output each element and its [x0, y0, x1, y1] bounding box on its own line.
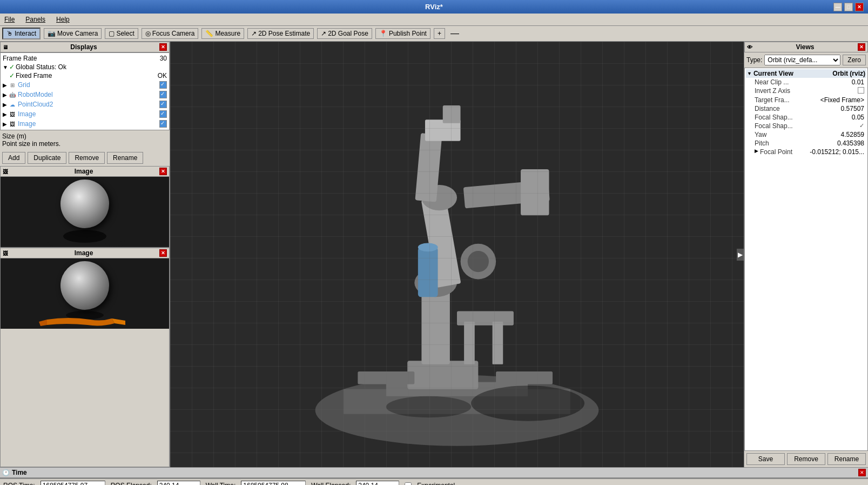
grid-expand-arrow[interactable]: ▶ — [3, 82, 7, 88]
wall-time-input[interactable] — [241, 481, 306, 485]
image-inner-1 — [36, 177, 133, 247]
views-zero-btn[interactable]: Zero — [843, 55, 866, 65]
ros-time-label: ROS Time: — [3, 482, 35, 485]
image1-icon: 🖼 — [8, 110, 17, 118]
image2-expand-arrow[interactable]: ▶ — [3, 121, 7, 127]
global-status-arrow[interactable]: ▼ — [3, 64, 8, 70]
time-panel: ROS Time: ROS Elapsed: Wall Time: Wall E… — [0, 479, 868, 485]
image-panel-2-icon: 🖼 — [3, 250, 8, 256]
views-type-label: Type: — [746, 56, 762, 64]
pose-estimate-button[interactable]: ↗ 2D Pose Estimate — [247, 28, 314, 39]
wall-elapsed-input[interactable] — [356, 481, 399, 485]
image-panel-1-close[interactable]: ✕ — [159, 168, 167, 175]
minimize-btn[interactable]: — — [833, 3, 842, 11]
near-clip-row: Near Clip ... 0.01 — [746, 78, 866, 87]
invert-z-checkbox[interactable] — [858, 87, 864, 94]
publish-point-button[interactable]: 📍 Publish Point — [375, 28, 430, 39]
move-camera-button[interactable]: 📷 Move Camera — [44, 28, 102, 39]
menu-help[interactable]: Help — [54, 15, 72, 24]
views-close-btn[interactable]: ✕ — [858, 43, 865, 51]
expand-viewport-btn[interactable]: ▶ — [737, 249, 744, 261]
global-status-label: Global Status: Ok — [16, 63, 66, 71]
robot-checkbox[interactable] — [159, 91, 167, 98]
experimental-label: Experimental — [417, 482, 455, 485]
image-panel-1-title: Image — [75, 168, 93, 175]
ros-time-input[interactable] — [41, 481, 105, 485]
duplicate-button[interactable]: Duplicate — [28, 152, 66, 164]
focal-shape2-value[interactable]: ✓ — [859, 122, 864, 130]
interact-button[interactable]: 🖱 Interact — [2, 28, 41, 39]
focal-shape1-value[interactable]: 0.05 — [852, 114, 864, 121]
focal-point-value[interactable]: -0.015212; 0.015... — [810, 148, 864, 156]
pointcloud-row[interactable]: ▶ ☁ PointCloud2 — [2, 99, 168, 109]
image2-icon: 🖼 — [8, 119, 17, 128]
displays-header: 🖥 Displays ✕ — [0, 42, 170, 52]
ros-elapsed-input[interactable] — [157, 481, 200, 485]
image1-expand-arrow[interactable]: ▶ — [3, 111, 7, 117]
fixed-frame-value: OK — [158, 72, 167, 79]
image-panel-2-header: 🖼 Image ✕ — [1, 248, 169, 258]
cursor-icon: 🖱 — [6, 30, 13, 37]
distance-row: Distance 0.57507 — [746, 104, 866, 113]
views-save-btn[interactable]: Save — [746, 453, 785, 465]
window-controls[interactable]: — □ ✕ — [833, 3, 864, 11]
pitch-value[interactable]: 0.435398 — [837, 139, 864, 147]
focus-camera-button[interactable]: ◎ Focus Camera — [142, 28, 199, 39]
right-panel: 👁 Views ✕ Type: Orbit (rviz_defa... Zero… — [744, 42, 868, 467]
toolbar: 🖱 Interact 📷 Move Camera ▢ Select ◎ Focu… — [0, 26, 868, 42]
add-toolbar-button[interactable]: + — [434, 28, 445, 39]
robot-expand-arrow[interactable]: ▶ — [3, 92, 7, 98]
image2-row[interactable]: ▶ 🖼 Image — [2, 119, 168, 129]
rename-button[interactable]: Rename — [107, 152, 143, 164]
wall-elapsed-label: Wall Elapsed: — [311, 482, 351, 485]
maximize-btn[interactable]: □ — [844, 3, 853, 11]
views-title: Views — [796, 43, 815, 51]
current-view-arrow[interactable]: ▼ — [747, 71, 752, 76]
viewport-3d[interactable]: ▶ — [170, 42, 744, 467]
views-icon: 👁 — [747, 44, 752, 50]
focal-point-arrow[interactable]: ▶ — [755, 148, 758, 156]
menu-file[interactable]: File — [2, 15, 17, 24]
target-frame-value[interactable]: <Fixed Frame> — [820, 96, 864, 104]
displays-panel: 🖥 Displays ✕ Frame Rate 30 ▼ ✓ Global St… — [0, 42, 170, 130]
sphere-1 — [60, 180, 109, 228]
close-btn[interactable]: ✕ — [855, 3, 864, 11]
image1-checkbox[interactable] — [159, 110, 167, 118]
robot-model-row[interactable]: ▶ 🤖 RobotModel — [2, 90, 168, 99]
grid-row[interactable]: ▶ ⊞ Grid — [2, 80, 168, 90]
yaw-value[interactable]: 4.52859 — [841, 131, 864, 138]
measure-button[interactable]: 📏 Measure — [201, 28, 244, 39]
main-layout: 🖥 Displays ✕ Frame Rate 30 ▼ ✓ Global St… — [0, 42, 868, 467]
robot-icon: 🤖 — [8, 90, 17, 99]
distance-value[interactable]: 0.57507 — [841, 105, 864, 112]
size-info: Size (m) Point size in meters. — [0, 130, 170, 150]
pointcloud-expand-arrow[interactable]: ▶ — [3, 102, 7, 108]
views-remove-btn[interactable]: Remove — [787, 453, 825, 465]
image-panel-1-header: 🖼 Image ✕ — [1, 167, 169, 177]
global-status-row: ▼ ✓ Global Status: Ok — [2, 63, 168, 71]
grid-checkbox[interactable] — [159, 81, 167, 89]
experimental-checkbox[interactable] — [405, 482, 412, 486]
image1-row[interactable]: ▶ 🖼 Image — [2, 109, 168, 119]
pointcloud-checkbox[interactable] — [159, 101, 167, 108]
image1-label: Image — [18, 110, 159, 118]
image-panel-2-close[interactable]: ✕ — [159, 249, 167, 257]
add-button[interactable]: Add — [2, 152, 25, 164]
time-panel-close[interactable]: ✕ — [858, 469, 866, 476]
image2-checkbox[interactable] — [159, 120, 167, 128]
views-type-select[interactable]: Orbit (rviz_defa... — [764, 55, 840, 65]
focus-icon: ◎ — [145, 30, 151, 37]
near-clip-label: Near Clip ... — [755, 78, 852, 86]
goal-pose-button[interactable]: ↗ 2D Goal Pose — [317, 28, 372, 39]
invert-z-value[interactable] — [858, 87, 864, 95]
near-clip-value[interactable]: 0.01 — [852, 78, 864, 86]
views-rename-btn[interactable]: Rename — [827, 453, 866, 465]
select-button[interactable]: ▢ Select — [105, 28, 138, 39]
menu-bar: File Panels Help — [0, 14, 868, 26]
menu-panels[interactable]: Panels — [23, 15, 48, 24]
focal-shape2-row: Focal Shap... ✓ — [746, 122, 866, 130]
displays-close-btn[interactable]: ✕ — [159, 43, 167, 51]
remove-button[interactable]: Remove — [69, 152, 105, 164]
fixed-frame-check: ✓ — [9, 72, 15, 79]
global-status-check: ✓ — [9, 63, 15, 71]
